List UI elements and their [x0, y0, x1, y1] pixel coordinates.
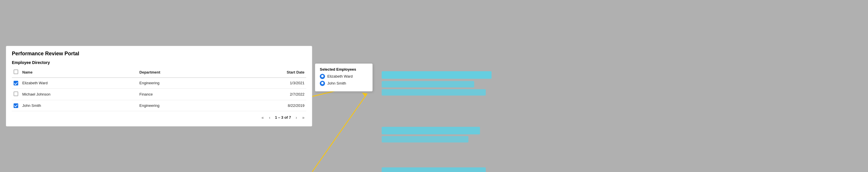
col-header-department: Department	[137, 67, 227, 78]
row-1-department: Engineering	[137, 78, 227, 89]
svg-line-2	[312, 93, 367, 172]
row-2-department: Finance	[137, 89, 227, 100]
svg-rect-9	[382, 167, 486, 172]
next-page-button[interactable]: ›	[294, 115, 299, 120]
row-2-start-date: 2/7/2022	[228, 89, 306, 100]
pagination: « ‹ 1 – 3 of 7 › »	[12, 115, 306, 120]
selected-name-1: Elizabeth Ward	[327, 74, 353, 79]
row-2-checkbox[interactable]	[13, 91, 18, 96]
svg-rect-6	[382, 89, 486, 95]
page-title: Performance Review Portal	[12, 51, 306, 57]
select-all-checkbox[interactable]	[13, 69, 18, 74]
selected-item-2: John Smith	[320, 81, 368, 86]
row-1-name: Elizabeth Ward	[21, 78, 137, 89]
user-icon-1	[320, 74, 325, 79]
user-icon-2	[320, 81, 325, 86]
selected-item-1: Elizabeth Ward	[320, 74, 368, 79]
svg-rect-4	[382, 71, 492, 79]
selected-name-2: John Smith	[327, 81, 346, 85]
main-panel: Performance Review Portal Employee Direc…	[6, 46, 312, 126]
selected-employees-popup: Selected Employees Elizabeth Ward John S…	[315, 63, 373, 91]
row-3-start-date: 8/22/2019	[228, 100, 306, 111]
col-header-name: Name	[21, 67, 137, 78]
col-header-start-date: Start Date	[228, 67, 306, 78]
page-info: 1 – 3 of 7	[274, 115, 292, 120]
table-row: John Smith Engineering 8/22/2019	[12, 100, 306, 111]
row-3-department: Engineering	[137, 100, 227, 111]
employee-table: Name Department Start Date Elizabeth War…	[12, 67, 306, 111]
section-title: Employee Directory	[12, 60, 306, 65]
first-page-button[interactable]: «	[260, 115, 266, 120]
row-3-checkbox[interactable]	[13, 104, 18, 108]
row-3-name: John Smith	[21, 100, 137, 111]
prev-page-button[interactable]: ‹	[267, 115, 272, 120]
table-row: Michael Johnson Finance 2/7/2022	[12, 89, 306, 100]
table-row: Elizabeth Ward Engineering 1/3/2021	[12, 78, 306, 89]
row-1-checkbox[interactable]	[13, 81, 18, 85]
svg-rect-8	[382, 136, 468, 142]
last-page-button[interactable]: »	[301, 115, 306, 120]
svg-marker-3	[362, 93, 367, 96]
svg-rect-5	[382, 81, 474, 87]
row-1-start-date: 1/3/2021	[228, 78, 306, 89]
row-2-name: Michael Johnson	[21, 89, 137, 100]
selected-popup-title: Selected Employees	[320, 67, 368, 71]
svg-rect-7	[382, 127, 480, 134]
